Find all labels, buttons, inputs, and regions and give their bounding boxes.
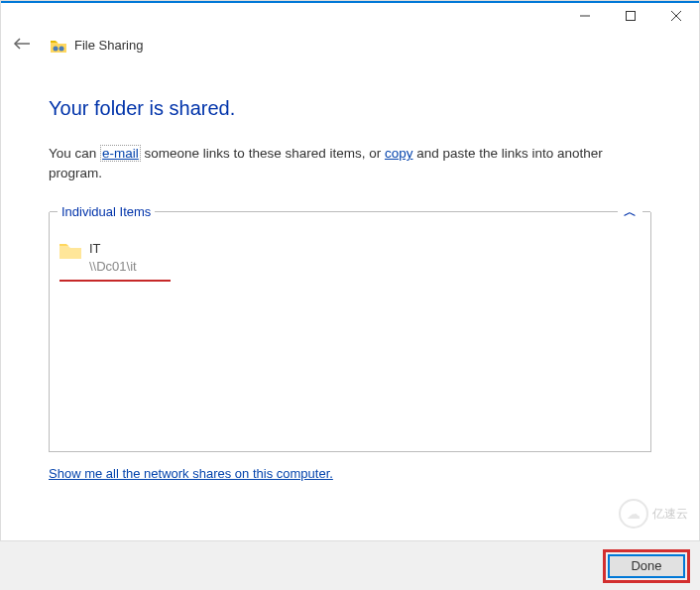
item-name: IT [89, 240, 137, 258]
header-bar: File Sharing [1, 29, 699, 65]
close-button[interactable] [653, 3, 699, 29]
folder-icon [59, 241, 81, 259]
annotation-highlight: Done [603, 549, 690, 583]
list-item[interactable]: IT \\Dc01\it [59, 240, 641, 276]
chevron-up-icon[interactable]: ︿ [618, 203, 642, 221]
copy-link[interactable]: copy [385, 146, 413, 161]
minimize-button[interactable] [562, 3, 608, 29]
email-link[interactable]: e-mail [100, 145, 141, 162]
svg-point-6 [59, 46, 64, 51]
show-all-shares-link[interactable]: Show me all the network shares on this c… [49, 466, 651, 481]
instruction-text: You can e-mail someone links to these sh… [49, 144, 651, 184]
individual-items-section: Individual Items ︿ IT \\Dc01\it [49, 212, 651, 452]
main-content: Your folder is shared. You can e-mail so… [1, 65, 699, 491]
svg-rect-1 [627, 12, 636, 21]
item-path: \\Dc01\it [89, 258, 137, 276]
done-button[interactable]: Done [608, 554, 685, 578]
cloud-icon: ☁ [619, 499, 648, 529]
footer-bar: Done [0, 540, 700, 590]
back-arrow-icon[interactable] [13, 35, 31, 56]
window-titlebar [1, 3, 699, 29]
page-heading: Your folder is shared. [49, 97, 651, 120]
maximize-button[interactable] [608, 3, 653, 29]
folder-share-icon [51, 39, 66, 53]
section-title: Individual Items [58, 204, 155, 219]
svg-point-5 [54, 46, 58, 51]
window-title: File Sharing [74, 38, 143, 53]
watermark: ☁ 亿速云 [619, 499, 688, 529]
annotation-underline [59, 280, 171, 282]
